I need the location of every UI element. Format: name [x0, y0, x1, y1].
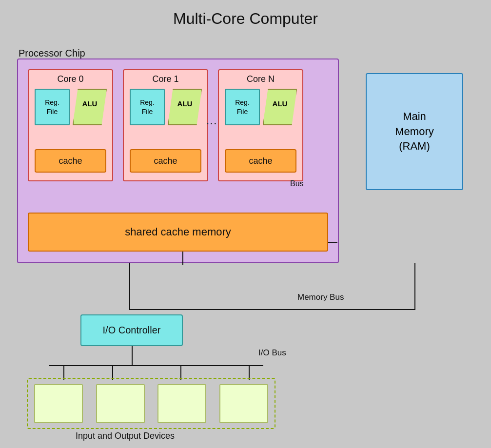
io-device-1 [34, 384, 83, 423]
io-bus-label: I/O Bus [258, 348, 286, 358]
coreN-label: Core N [219, 70, 302, 84]
processor-chip-label: Processor Chip [19, 48, 85, 59]
core0-label: Core 0 [29, 70, 112, 84]
core1-label: Core 1 [124, 70, 207, 84]
core0-cache: cache [35, 149, 106, 173]
core0-reg-file: Reg.File [35, 89, 70, 125]
coreN-alu-wrap: ALU [263, 89, 297, 125]
mem-bus-v-left [129, 263, 130, 310]
shared-cache: shared cache memory [28, 213, 328, 252]
core1-cache: cache [130, 149, 201, 173]
io-bus-v [132, 346, 133, 366]
mem-bus-v-right [414, 263, 415, 310]
io-controller: I/O Controller [80, 314, 183, 346]
core0-alu-shape [73, 89, 107, 125]
io-bus-h [49, 365, 263, 366]
main-memory-label: MainMemory(RAM) [395, 109, 433, 154]
page-title: Multi-Core Computer [0, 0, 491, 28]
main-memory: MainMemory(RAM) [366, 73, 463, 190]
dots: ... [206, 112, 217, 128]
core1-alu-shape [168, 89, 202, 125]
io-devices-label: Input and Output Devices [76, 431, 175, 441]
core1-reg-file: Reg.File [130, 89, 165, 125]
memory-bus-label: Memory Bus [297, 292, 344, 302]
io-device-3 [157, 384, 206, 423]
core1-alu-wrap: ALU [168, 89, 202, 125]
coreN-reg-file: Reg.File [225, 89, 260, 125]
coreN-cache: cache [225, 149, 296, 173]
coreN-box: Core N Reg.File ALU cache [218, 69, 303, 181]
io-devices-container [27, 378, 275, 429]
mem-bus-h [129, 309, 415, 310]
io-device-2 [96, 384, 145, 423]
bus-label: Bus [290, 179, 304, 188]
processor-chip-box: Core 0 Reg.File ALU cache Core 1 Reg.Fil… [17, 58, 339, 263]
core0-alu-wrap: ALU [73, 89, 107, 125]
io-device-4 [219, 384, 268, 423]
core0-box: Core 0 Reg.File ALU cache [28, 69, 113, 181]
core1-box: Core 1 Reg.File ALU cache [123, 69, 208, 181]
coreN-alu-shape [263, 89, 297, 125]
